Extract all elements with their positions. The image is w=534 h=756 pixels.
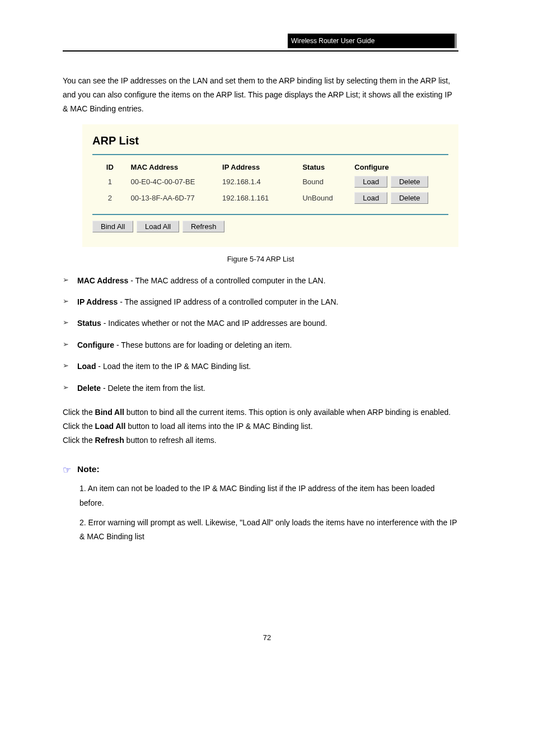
refresh-button[interactable]: Refresh bbox=[182, 221, 225, 232]
note-label: Note: bbox=[77, 464, 100, 474]
bullet-desc: - Indicates whether or not the MAC and I… bbox=[101, 319, 327, 328]
col-configure: Configure bbox=[351, 161, 448, 174]
bullet-desc: - The MAC address of a controlled comput… bbox=[128, 276, 325, 285]
load-all-button[interactable]: Load All bbox=[137, 221, 179, 232]
arp-list-title: ARP List bbox=[92, 134, 448, 147]
col-id: ID bbox=[92, 161, 128, 174]
misc-line: Click the Load All button to load all it… bbox=[63, 419, 458, 433]
delete-button[interactable]: Delete bbox=[391, 192, 429, 204]
chevron-icon: ➢ bbox=[63, 339, 77, 351]
table-row: 2 00-13-8F-AA-6D-77 192.168.1.161 UnBoun… bbox=[92, 190, 448, 206]
chevron-icon: ➢ bbox=[63, 296, 77, 307]
bullet-label: Status bbox=[77, 319, 101, 328]
cell-mac: 00-13-8F-AA-6D-77 bbox=[128, 190, 219, 206]
note-body: 1. An item can not be loaded to the IP &… bbox=[79, 482, 458, 544]
chevron-icon: ➢ bbox=[63, 360, 77, 372]
misc-paragraphs: Click the Bind All button to bind all th… bbox=[63, 405, 458, 448]
figure-caption: Figure 5-74 ARP List bbox=[63, 255, 458, 263]
col-ip: IP Address bbox=[219, 161, 299, 174]
misc-line: Click the Refresh button to refresh all … bbox=[63, 433, 458, 447]
chevron-icon: ➢ bbox=[63, 274, 77, 286]
bullet-label: Delete bbox=[77, 384, 101, 393]
cell-mac: 00-E0-4C-00-07-BE bbox=[128, 174, 219, 190]
col-status: Status bbox=[299, 161, 351, 174]
list-item: ➢ IP Address - The assigned IP address o… bbox=[63, 296, 458, 308]
chevron-icon: ➢ bbox=[63, 317, 77, 329]
arp-top-divider bbox=[92, 154, 448, 155]
cell-id: 1 bbox=[92, 174, 128, 190]
bullet-desc: - These buttons are for loading or delet… bbox=[114, 340, 292, 349]
bullet-label: Configure bbox=[77, 340, 114, 349]
header-rule bbox=[63, 50, 458, 52]
header-black-bar: Wireless Router User Guide bbox=[288, 34, 457, 48]
load-button[interactable]: Load bbox=[354, 176, 387, 188]
list-item: ➢ Configure - These buttons are for load… bbox=[63, 339, 458, 351]
cell-status: UnBound bbox=[299, 190, 351, 206]
cell-ip: 192.168.1.4 bbox=[219, 174, 299, 190]
list-item: ➢ Load - Load the item to the IP & MAC B… bbox=[63, 360, 458, 372]
bullet-label: MAC Address bbox=[77, 276, 128, 285]
bullet-label: IP Address bbox=[77, 297, 118, 306]
arp-table: ID MAC Address IP Address Status Configu… bbox=[92, 161, 448, 206]
bullet-desc: - Delete the item from the list. bbox=[101, 384, 205, 393]
pointing-hand-icon: ☞ bbox=[63, 464, 77, 476]
table-row: 1 00-E0-4C-00-07-BE 192.168.1.4 Bound Lo… bbox=[92, 174, 448, 190]
chevron-icon: ➢ bbox=[63, 382, 77, 394]
arp-list-panel: ARP List ID MAC Address IP Address Statu… bbox=[82, 124, 458, 247]
note-line-2: 2. Error warning will prompt as well. Li… bbox=[79, 516, 458, 544]
bullet-desc: - Load the item to the IP & MAC Binding … bbox=[96, 362, 251, 371]
arp-bottom-divider bbox=[92, 214, 448, 215]
cell-ip: 192.168.1.161 bbox=[219, 190, 299, 206]
list-item: ➢ Status - Indicates whether or not the … bbox=[63, 317, 458, 329]
cell-id: 2 bbox=[92, 190, 128, 206]
misc-line: Click the Bind All button to bind all th… bbox=[63, 405, 458, 419]
bullet-desc: - The assigned IP address of a controlle… bbox=[118, 297, 338, 306]
note-line-1: 1. An item can not be loaded to the IP &… bbox=[79, 482, 458, 510]
load-button[interactable]: Load bbox=[354, 192, 387, 204]
list-item: ➢ MAC Address - The MAC address of a con… bbox=[63, 274, 458, 287]
list-item: ➢ Delete - Delete the item from the list… bbox=[63, 382, 458, 394]
intro-paragraph: You can see the IP addresses on the LAN … bbox=[63, 74, 458, 116]
col-mac: MAC Address bbox=[128, 161, 219, 174]
bind-all-button[interactable]: Bind All bbox=[92, 221, 133, 232]
bullet-label: Load bbox=[77, 362, 96, 371]
page-number: 72 bbox=[0, 633, 534, 642]
cell-status: Bound bbox=[299, 174, 351, 190]
delete-button[interactable]: Delete bbox=[391, 176, 429, 188]
bullet-list: ➢ MAC Address - The MAC address of a con… bbox=[63, 274, 458, 394]
